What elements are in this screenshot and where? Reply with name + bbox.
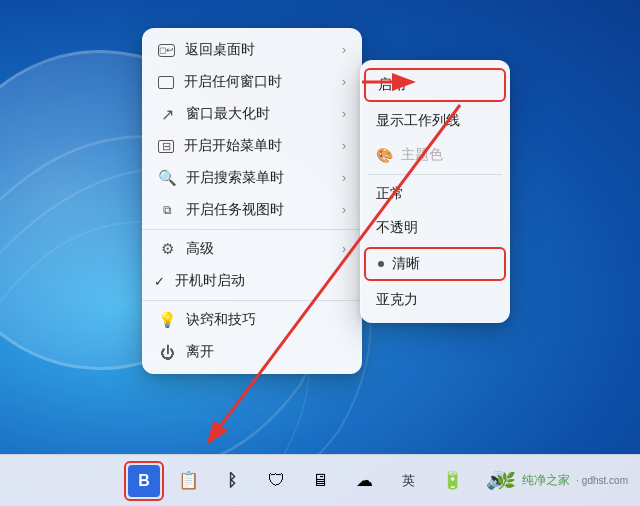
context-menu: ◻↩ 返回桌面时 › 开启任何窗口时 › ↗ 窗口最大化时 › ⊟ 开启开始菜单…: [142, 28, 362, 374]
network-icon: ☁: [356, 470, 373, 491]
palette-icon: 🎨: [376, 147, 393, 163]
check-icon: ✓: [154, 274, 165, 289]
watermark-site: · gdhst.com: [576, 475, 628, 486]
acrylic-label: 亚克力: [376, 291, 418, 309]
return-desktop-label: 返回桌面时: [185, 41, 255, 59]
arrow-icon-7: ›: [342, 242, 346, 256]
clipboard-icon: 📋: [178, 470, 199, 491]
submenu-item-transparent[interactable]: 不透明: [360, 211, 510, 245]
submenu-item-enable[interactable]: 启用: [364, 68, 506, 102]
menu-item-return-desktop[interactable]: ◻↩ 返回桌面时 ›: [142, 34, 362, 66]
taskbar-icon-b-app[interactable]: B: [124, 461, 164, 501]
taskbar-icon-clipboard[interactable]: 📋: [168, 461, 208, 501]
bluetooth-icon: ᛒ: [227, 471, 237, 491]
menu-item-advanced[interactable]: ⚙ 高级 ›: [142, 233, 362, 265]
divider-2: [142, 300, 362, 301]
defender-icon: 🛡: [268, 471, 285, 491]
window-icon: [158, 76, 174, 89]
taskbar-icon-app5[interactable]: 🖥: [300, 461, 340, 501]
arrow-icon-6: ›: [342, 203, 346, 217]
taskbar: B 📋 ᛒ 🛡 🖥 ☁ 英 🔋 🔊 🌿 纯净之家: [0, 454, 640, 506]
normal-label: 正常: [376, 185, 404, 203]
app5-icon: 🖥: [312, 471, 329, 491]
taskbar-icons-group: B 📋 ᛒ 🛡 🖥 ☁ 英 🔋 🔊: [124, 461, 516, 501]
task-view-icon: ⧉: [158, 201, 176, 219]
power-icon: ⏻: [158, 343, 176, 361]
open-any-window-label: 开启任何窗口时: [184, 73, 282, 91]
arrow-icon-2: ›: [342, 75, 346, 89]
clear-label: 清晰: [392, 255, 420, 273]
menu-item-start-menu[interactable]: ⊟ 开启开始菜单时 ›: [142, 130, 362, 162]
submenu-item-theme-color[interactable]: 🎨 主题色: [360, 138, 510, 172]
menu-item-open-any-window[interactable]: 开启任何窗口时 ›: [142, 66, 362, 98]
b-app-icon: B: [128, 465, 160, 497]
b-label: B: [138, 472, 150, 490]
selected-dot: [378, 261, 384, 267]
arrow-icon-4: ›: [342, 139, 346, 153]
submenu: 启用 显示工作列线 🎨 主题色 正常 不透明 清晰 亚克力: [360, 60, 510, 323]
quit-label: 离开: [186, 343, 214, 361]
start-menu-icon: ⊟: [158, 140, 174, 153]
arrow-icon-3: ›: [342, 107, 346, 121]
battery-icon: 🔋: [442, 470, 463, 491]
menu-item-startup[interactable]: ✓ 开机时启动: [142, 265, 362, 297]
tips-label: 诀窍和技巧: [186, 311, 256, 329]
arrow-icon-5: ›: [342, 171, 346, 185]
taskbar-icon-language[interactable]: 英: [388, 461, 428, 501]
gear-icon: ⚙: [158, 240, 176, 258]
search-icon: 🔍: [158, 169, 176, 187]
submenu-item-show-taskbar[interactable]: 显示工作列线: [360, 104, 510, 138]
submenu-divider-1: [368, 174, 502, 175]
taskbar-icon-network[interactable]: ☁: [344, 461, 384, 501]
startup-label: 开机时启动: [175, 272, 245, 290]
arrow-icon: ›: [342, 43, 346, 57]
language-text: 英: [402, 472, 415, 490]
theme-color-label: 主题色: [401, 146, 443, 164]
menu-item-search[interactable]: 🔍 开启搜索菜单时 ›: [142, 162, 362, 194]
advanced-label: 高级: [186, 240, 214, 258]
lightbulb-icon: 💡: [158, 311, 176, 329]
start-menu-label: 开启开始菜单时: [184, 137, 282, 155]
taskbar-icon-defender[interactable]: 🛡: [256, 461, 296, 501]
show-taskbar-label: 显示工作列线: [376, 112, 460, 130]
task-view-label: 开启任务视图时: [186, 201, 284, 219]
menu-item-maximize[interactable]: ↗ 窗口最大化时 ›: [142, 98, 362, 130]
menu-item-tips[interactable]: 💡 诀窍和技巧: [142, 304, 362, 336]
maximize-icon: ↗: [158, 105, 176, 123]
divider-1: [142, 229, 362, 230]
submenu-item-normal[interactable]: 正常: [360, 177, 510, 211]
maximize-label: 窗口最大化时: [186, 105, 270, 123]
menu-item-quit[interactable]: ⏻ 离开: [142, 336, 362, 368]
enable-label: 启用: [378, 76, 406, 94]
return-desktop-icon: ◻↩: [158, 44, 175, 57]
search-label: 开启搜索菜单时: [186, 169, 284, 187]
submenu-item-acrylic[interactable]: 亚克力: [360, 283, 510, 317]
transparent-label: 不透明: [376, 219, 418, 237]
menu-item-task-view[interactable]: ⧉ 开启任务视图时 ›: [142, 194, 362, 226]
submenu-item-clear[interactable]: 清晰: [364, 247, 506, 281]
taskbar-right-section: 🌿 纯净之家 · gdhst.com: [496, 471, 628, 490]
watermark-leaf: 🌿: [496, 471, 516, 490]
taskbar-icon-battery[interactable]: 🔋: [432, 461, 472, 501]
taskbar-icon-bluetooth[interactable]: ᛒ: [212, 461, 252, 501]
watermark-text: 纯净之家: [522, 472, 570, 489]
